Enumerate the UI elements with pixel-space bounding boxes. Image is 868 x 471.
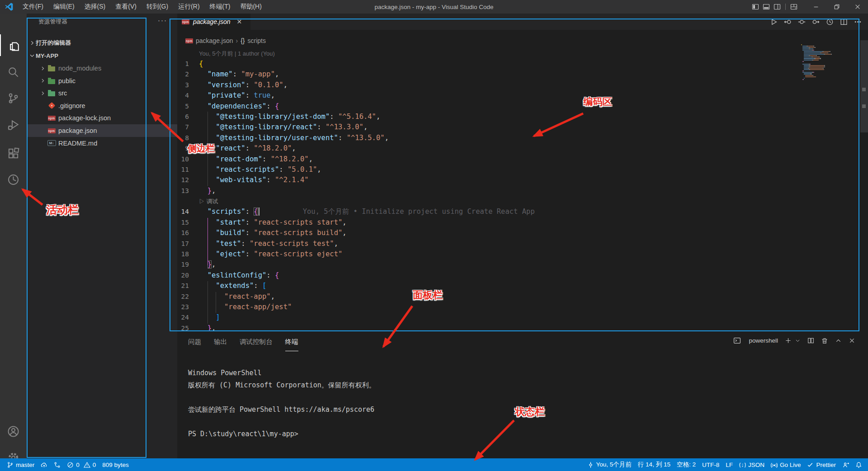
close-window-button[interactable] — [847, 0, 868, 14]
panel-tab-调试控制台[interactable]: 调试控制台 — [240, 338, 273, 351]
terminal-output[interactable]: Windows PowerShell 版权所有 (C) Microsoft Co… — [188, 367, 376, 440]
gitlens-compare-icon[interactable] — [798, 18, 806, 26]
minimize-button[interactable] — [806, 0, 826, 14]
code-editor[interactable]: 1{2 "name": "my-app",3 "version": "0.1.0… — [170, 59, 800, 331]
status-file-size[interactable]: 809 bytes — [99, 458, 132, 471]
launch-profile-chevron-icon[interactable] — [795, 338, 801, 344]
activity-search[interactable] — [0, 61, 27, 83]
status-eol[interactable]: LF — [722, 458, 736, 471]
line-number: 25 — [170, 323, 189, 331]
status-blame[interactable]: You, 5个月前 — [584, 458, 635, 471]
status-feedback[interactable] — [839, 458, 852, 471]
breadcrumb[interactable]: npm package.json › {} scripts — [185, 37, 266, 44]
menu-终端[interactable]: 终端(T) — [205, 1, 235, 12]
minimap-line — [801, 79, 858, 80]
status-git-graph[interactable] — [51, 458, 64, 471]
gitlens-prev-change-icon[interactable] — [784, 18, 792, 26]
activity-explorer[interactable] — [0, 34, 28, 56]
tree-item-README.md[interactable]: M↓README.md — [27, 137, 177, 150]
line-number: 24 — [170, 312, 189, 323]
code-line-23: 23 "react-app/jest" — [170, 302, 800, 312]
tree-item-node_modules[interactable]: node_modules — [27, 62, 177, 75]
line-number: 13 — [170, 186, 189, 196]
panel-tab-输出[interactable]: 输出 — [214, 338, 227, 351]
gitlens-next-change-icon[interactable] — [812, 18, 820, 26]
file-history-icon[interactable] — [826, 18, 834, 26]
editor-scrollbar[interactable] — [860, 40, 868, 132]
tab-close-icon[interactable]: ✕ — [237, 18, 242, 25]
codelens-debug[interactable]: ▷ 调试 — [199, 196, 218, 207]
indent-guide — [208, 281, 208, 324]
line-number: 19 — [170, 259, 189, 270]
restore-button[interactable] — [826, 0, 847, 14]
status-go-live[interactable]: Go Live — [768, 458, 804, 471]
vscode-logo-icon — [5, 2, 14, 11]
menu-查看[interactable]: 查看(V) — [111, 1, 141, 12]
chevron-right-icon — [38, 66, 47, 71]
toggle-sidebar-icon[interactable] — [752, 3, 759, 10]
commit-icon — [587, 462, 594, 468]
tab-package-json[interactable]: npm package.json ✕ — [177, 14, 250, 30]
status-problems[interactable]: 00 — [64, 458, 99, 471]
toggle-panel-icon[interactable] — [763, 3, 770, 10]
title-bar: 文件(F)编辑(E)选择(S)查看(V)转到(G)运行(R)终端(T)帮助(H)… — [0, 0, 868, 14]
panel-tab-问题[interactable]: 问题 — [188, 338, 201, 351]
activity-account[interactable] — [0, 420, 27, 442]
status-language[interactable]: {;}JSON — [736, 458, 768, 471]
status-cursor-position[interactable]: 行 14, 列 15 — [635, 458, 674, 471]
code-line-11: 11 "react-scripts": "5.0.1", — [170, 165, 800, 175]
activity-extensions[interactable] — [0, 142, 27, 164]
menu-选择[interactable]: 选择(S) — [80, 1, 110, 12]
toggle-secondary-sidebar-icon[interactable] — [774, 3, 781, 10]
status-notifications[interactable] — [852, 458, 865, 471]
editor-tab-bar: npm package.json ✕ — [177, 14, 868, 30]
menu-编辑[interactable]: 编辑(E) — [49, 1, 79, 12]
sidebar-section-open-editors[interactable]: 打开的编辑器 — [27, 38, 177, 48]
status-encoding[interactable]: UTF-8 — [699, 458, 722, 471]
status-publish[interactable] — [38, 458, 51, 471]
status-prettier[interactable]: Prettier — [804, 458, 839, 471]
menu-文件[interactable]: 文件(F) — [18, 1, 48, 12]
tree-item-package.json[interactable]: npmpackage.json — [27, 124, 177, 137]
panel-tab-终端[interactable]: 终端 — [285, 338, 298, 351]
menu-运行[interactable]: 运行(R) — [174, 1, 204, 12]
minimap[interactable] — [801, 44, 858, 80]
split-editor-icon[interactable] — [840, 18, 848, 26]
status-indentation[interactable]: 空格: 2 — [674, 458, 699, 471]
breadcrumb-file[interactable]: package.json — [196, 37, 233, 44]
gitlens-file-blame: You, 5个月前 | 1 author (You) — [199, 50, 275, 58]
line-number: 16 — [170, 228, 189, 238]
more-actions-icon[interactable] — [854, 18, 862, 26]
code-line-1: 1{ — [170, 59, 800, 69]
code-line-7: 7 "@testing-library/react": "^13.3.0", — [170, 122, 800, 132]
code-line-15: 15 "start": "react-scripts start", — [170, 217, 800, 228]
split-terminal-icon[interactable] — [807, 337, 814, 344]
run-button-icon[interactable] — [770, 18, 778, 26]
sidebar-more-actions-icon[interactable]: ··· — [158, 16, 167, 24]
npm-file-icon: npm — [47, 116, 57, 121]
status-branch[interactable]: master — [4, 458, 38, 471]
new-terminal-icon[interactable] — [785, 337, 792, 344]
shell-name[interactable]: powershell — [749, 337, 778, 344]
activity-run-debug[interactable] — [0, 113, 27, 135]
tree-item-src[interactable]: src — [27, 87, 177, 99]
code-line-4: 4 "private": true, — [170, 90, 800, 101]
file-label: src — [58, 89, 67, 97]
warning-icon — [84, 462, 90, 468]
breadcrumb-symbol-icon: {} — [241, 37, 245, 44]
activity-gitlens[interactable] — [0, 169, 27, 190]
maximize-panel-icon[interactable] — [835, 337, 842, 344]
tree-item-public[interactable]: public — [27, 75, 177, 87]
close-panel-icon[interactable] — [849, 337, 855, 344]
chevron-down-icon — [28, 52, 36, 59]
customize-layout-icon[interactable] — [790, 3, 797, 10]
menu-帮助[interactable]: 帮助(H) — [236, 1, 266, 12]
activity-source-control[interactable] — [0, 87, 27, 109]
tree-item-package-lock.json[interactable]: npmpackage-lock.json — [27, 112, 177, 124]
menu-转到[interactable]: 转到(G) — [142, 1, 173, 12]
breadcrumb-symbol[interactable]: scripts — [248, 37, 266, 44]
sidebar-section-root[interactable]: MY-APP — [27, 50, 177, 61]
layout-controls — [752, 3, 797, 10]
kill-terminal-icon[interactable] — [821, 337, 828, 344]
tree-item-.gitignore[interactable]: .gitignore — [27, 99, 177, 112]
